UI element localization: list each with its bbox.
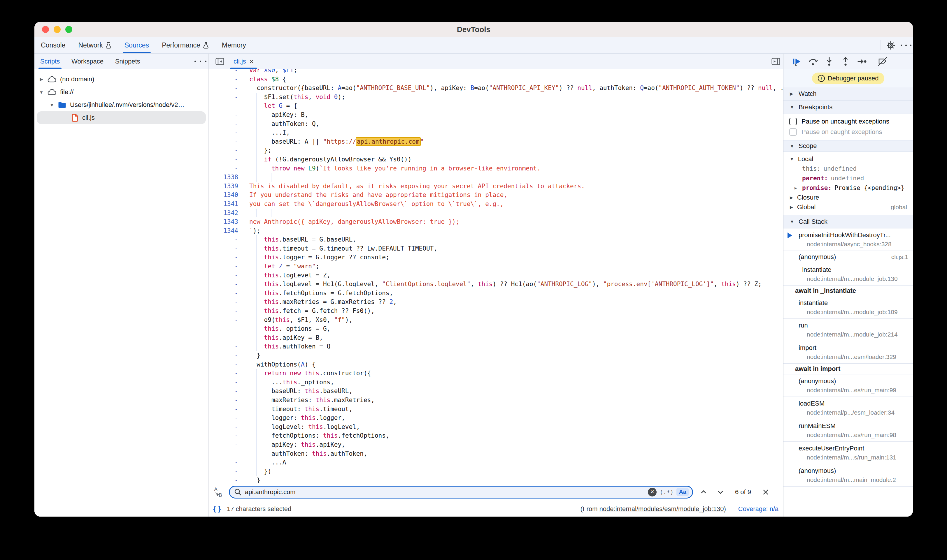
code-line[interactable]: -constructor({baseURL: A=ao("ANTHROPIC_B… — [208, 84, 783, 93]
code-line[interactable]: -this._options = G, — [208, 324, 783, 333]
call-stack-frame[interactable]: importnode:internal/m...esm/loader:329 — [784, 341, 913, 364]
call-stack-section-header[interactable]: ▼ Call Stack — [784, 215, 913, 228]
line-number[interactable]: 1338 — [208, 173, 249, 182]
code-line[interactable]: -timeout: this.timeout, — [208, 405, 783, 414]
line-number[interactable]: - — [208, 253, 249, 262]
code-line[interactable]: -let G = { — [208, 102, 783, 111]
line-number[interactable]: 1343 — [208, 217, 249, 226]
tab-scripts[interactable]: Scripts — [34, 54, 66, 69]
line-number[interactable]: - — [208, 102, 249, 111]
scope-section-header[interactable]: ▼ Scope — [784, 140, 913, 152]
scope-closure-header[interactable]: ▶ Closure — [784, 192, 913, 202]
tab-workspace[interactable]: Workspace — [66, 54, 110, 69]
line-number[interactable]: - — [208, 262, 249, 271]
code-line[interactable]: 1338 — [208, 173, 783, 182]
code-line[interactable]: -$F1.set(this, void 0); — [208, 93, 783, 102]
code-line[interactable]: -logger: this.logger, — [208, 414, 783, 423]
line-number[interactable]: - — [208, 440, 249, 449]
scope-global-header[interactable]: ▶ Global global — [784, 202, 913, 212]
code-line[interactable]: -fetchOptions: this.fetchOptions, — [208, 431, 783, 440]
code-line[interactable]: -var Xs0, $F1; — [208, 69, 783, 75]
code-line[interactable]: -...this._options, — [208, 378, 783, 387]
line-number[interactable]: - — [208, 467, 249, 476]
code-line[interactable]: -let Z = "warn"; — [208, 262, 783, 271]
code-line[interactable]: -...I, — [208, 128, 783, 137]
code-line[interactable]: -this.fetch = G.fetch ?? Fs0(), — [208, 306, 783, 315]
tree-item-file-protocol[interactable]: ▼ file:// — [34, 86, 208, 98]
tab-console[interactable]: Console — [34, 37, 72, 53]
code-line[interactable]: -authToken: Q, — [208, 120, 783, 129]
frame-location[interactable]: cli.js:1 — [891, 254, 908, 260]
line-number[interactable]: - — [208, 111, 249, 120]
line-number[interactable]: - — [208, 69, 249, 75]
code-line[interactable]: -apiKey: this.apiKey, — [208, 440, 783, 449]
frame-location[interactable]: node:internal/async_hooks:328 — [799, 241, 913, 248]
frame-location[interactable]: node:internal/p.../esm_loader:34 — [799, 409, 913, 416]
code-line[interactable]: -maxRetries: this.maxRetries, — [208, 396, 783, 405]
line-number[interactable]: - — [208, 333, 249, 342]
frame-location[interactable]: node:internal/m...s/run_main:131 — [799, 454, 913, 461]
code-line[interactable]: -}) — [208, 467, 783, 476]
call-stack-frame[interactable]: runnode:internal/m...module_job:214 — [784, 319, 913, 341]
code-line[interactable]: -throw new L9(`It looks like you're runn… — [208, 164, 783, 173]
line-number[interactable]: - — [208, 458, 249, 467]
step-into-icon[interactable] — [822, 55, 836, 68]
previous-match-icon[interactable] — [697, 486, 710, 498]
line-number[interactable]: 1341 — [208, 200, 249, 209]
code-line[interactable]: 1340If you understand the risks and have… — [208, 191, 783, 200]
call-stack-frame[interactable]: loadESMnode:internal/p.../esm_loader:34 — [784, 397, 913, 419]
line-number[interactable]: - — [208, 120, 249, 129]
line-number[interactable]: - — [208, 289, 249, 298]
line-number[interactable]: - — [208, 360, 249, 369]
coverage-link[interactable]: Coverage: n/a — [738, 505, 779, 513]
line-number[interactable]: - — [208, 164, 249, 173]
code-line[interactable]: -this.fetchOptions = G.fetchOptions, — [208, 289, 783, 298]
next-match-icon[interactable] — [714, 486, 727, 498]
line-number[interactable]: - — [208, 414, 249, 423]
frame-location[interactable]: node:internal/m...es/run_main:98 — [799, 431, 913, 438]
code-line[interactable]: -this.timeout = G.timeout ?? Lw.DEFAULT_… — [208, 244, 783, 253]
pause-uncaught-row[interactable]: Pause on uncaught exceptions — [784, 116, 913, 127]
tree-item-folder[interactable]: ▼ Users/jinhuilee/.nvm/versions/node/v2… — [34, 98, 208, 111]
line-number[interactable]: - — [208, 137, 249, 146]
line-number[interactable]: - — [208, 84, 249, 93]
frame-location[interactable]: node:internal/m...module_job:130 — [799, 275, 913, 282]
line-number[interactable]: - — [208, 75, 249, 84]
line-number[interactable]: - — [208, 324, 249, 333]
watch-section-header[interactable]: ▶ Watch — [784, 88, 913, 100]
code-line[interactable]: -this.logger = G.logger ?? console; — [208, 253, 783, 262]
frame-location[interactable]: node:internal/m...module_job:214 — [799, 331, 913, 338]
code-line[interactable]: -...A — [208, 458, 783, 467]
close-search-icon[interactable] — [759, 486, 772, 498]
code-line[interactable]: 1341you can set the \`dangerouslyAllowBr… — [208, 200, 783, 209]
call-stack-frame[interactable]: (anonymous)cli.js:1 — [784, 251, 913, 263]
code-line[interactable]: -} — [208, 476, 783, 483]
frame-location[interactable]: node:internal/m...main_module:2 — [799, 476, 913, 483]
line-number[interactable]: - — [208, 405, 249, 414]
deactivate-breakpoints-icon[interactable] — [876, 55, 889, 68]
line-number[interactable]: - — [208, 155, 249, 164]
line-number[interactable]: - — [208, 351, 249, 360]
line-number[interactable]: - — [208, 280, 249, 289]
line-number[interactable]: - — [208, 128, 249, 137]
code-line[interactable]: -} — [208, 351, 783, 360]
step-over-icon[interactable] — [806, 55, 820, 68]
replace-toggle-icon[interactable]: AB — [212, 486, 225, 498]
call-stack-frame[interactable]: instantiatenode:internal/m...module_job:… — [784, 296, 913, 319]
code-line[interactable]: -this.authToken = Q — [208, 342, 783, 351]
match-case-toggle[interactable]: Aa — [676, 488, 689, 496]
line-number[interactable]: - — [208, 431, 249, 440]
line-number[interactable]: 1344 — [208, 226, 249, 235]
navigator-more-icon[interactable] — [193, 54, 208, 69]
line-number[interactable]: 1339 — [208, 182, 249, 191]
pause-caught-checkbox[interactable] — [789, 128, 797, 136]
code-editor[interactable]: -var Xs0, $F1;-class $8 {-constructor({b… — [208, 69, 783, 483]
code-line[interactable]: -withOptions(A) { — [208, 360, 783, 369]
code-line[interactable]: -o9(this, $F1, Xs0, "f"), — [208, 315, 783, 325]
editor-tab-clijs[interactable]: cli.js × — [229, 54, 258, 69]
frame-location[interactable]: node:internal/m...es/run_main:99 — [799, 387, 913, 394]
line-number[interactable]: - — [208, 93, 249, 102]
source-origin-link[interactable]: node:internal/modules/esm/module_job:130 — [600, 505, 724, 512]
step-icon[interactable] — [855, 55, 868, 68]
code-line[interactable]: 1344`); — [208, 226, 783, 235]
